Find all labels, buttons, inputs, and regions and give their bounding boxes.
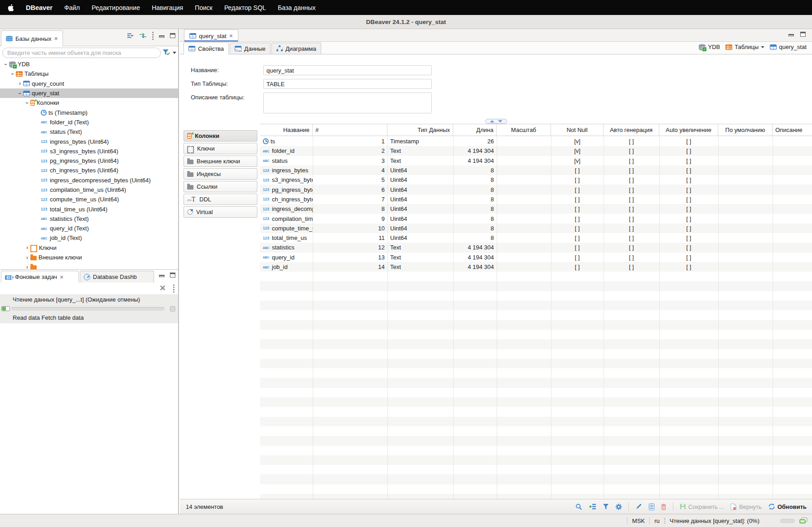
configure-columns-icon[interactable]: [589, 503, 596, 510]
menu-item[interactable]: Редактор SQL: [224, 4, 266, 11]
section-tab[interactable]: Внешние ключи: [184, 156, 257, 167]
tree-item[interactable]: ts (Timestamp): [0, 107, 178, 117]
column-header[interactable]: Описание: [773, 124, 812, 136]
maximize-panel-icon[interactable]: [800, 32, 806, 37]
maximize-panel-icon[interactable]: [170, 273, 175, 278]
cell-default[interactable]: [718, 175, 773, 185]
cell-auto-increment[interactable]: [ ]: [659, 156, 718, 166]
tree-item[interactable]: ch_ingress_bytes (Uint64): [0, 166, 178, 175]
view-menu-icon[interactable]: [173, 287, 174, 288]
splitter-collapse-control[interactable]: [485, 119, 507, 124]
cell-not-null[interactable]: [v]: [551, 137, 604, 146]
cell-description[interactable]: [773, 224, 812, 233]
menu-item[interactable]: Файл: [64, 4, 80, 11]
cell-auto-generated[interactable]: [ ]: [604, 233, 659, 243]
cell-name[interactable]: statistics: [260, 243, 313, 252]
expander-icon[interactable]: [24, 264, 30, 269]
cell-scale[interactable]: [497, 185, 551, 194]
cell-name[interactable]: compute_time_us: [260, 224, 313, 233]
column-header[interactable]: Масштаб: [497, 124, 551, 136]
breadcrumb-table[interactable]: query_stat: [770, 44, 807, 50]
cell-auto-increment[interactable]: [ ]: [659, 243, 718, 252]
cell-default[interactable]: [718, 166, 773, 175]
tree-item[interactable]: query_stat: [0, 88, 178, 98]
cell-data-type[interactable]: Timestamp: [387, 137, 453, 146]
section-tab[interactable]: Колонки: [184, 130, 257, 142]
minimize-panel-icon[interactable]: [159, 273, 164, 278]
column-header[interactable]: По умолчанию: [718, 124, 773, 136]
editor-tab-query-stat[interactable]: query_stat ×: [184, 29, 238, 42]
tree-item[interactable]: compilation_time_us (Uint64): [0, 185, 178, 195]
tree-item[interactable]: compute_time_us (Uint64): [0, 195, 178, 204]
cell-name[interactable]: ingress_decompressed_bytes: [260, 204, 313, 214]
cell-data-type[interactable]: Uint64: [387, 175, 453, 185]
cell-default[interactable]: [718, 146, 773, 156]
cell-auto-increment[interactable]: [ ]: [659, 185, 718, 194]
cell-default[interactable]: [718, 195, 773, 204]
cell-auto-increment[interactable]: [ ]: [659, 204, 718, 214]
table-row[interactable]: compute_time_us 10 Uint64 8 [ ] [ ] [ ]: [260, 224, 812, 233]
cell-not-null[interactable]: [ ]: [551, 253, 604, 262]
cell-ordinal[interactable]: 5: [313, 175, 387, 185]
cell-default[interactable]: [718, 262, 773, 272]
cell-name[interactable]: ch_ingress_bytes: [260, 195, 313, 204]
cell-description[interactable]: [773, 156, 812, 166]
table-row[interactable]: pg_ingress_bytes 6 Uint64 8 [ ] [ ] [ ]: [260, 185, 812, 194]
column-header[interactable]: Auto увеличение: [659, 124, 718, 136]
cell-auto-increment[interactable]: [ ]: [659, 233, 718, 243]
column-header[interactable]: #: [313, 124, 387, 136]
expander-icon[interactable]: [24, 100, 30, 106]
tree-item[interactable]: [0, 262, 178, 269]
cell-name[interactable]: ts: [260, 137, 313, 146]
breadcrumb-database[interactable]: YDB: [699, 44, 720, 50]
language-indicator[interactable]: ru: [654, 517, 660, 524]
cell-auto-increment[interactable]: [ ]: [659, 253, 718, 262]
cell-length[interactable]: 8: [453, 214, 497, 223]
cell-auto-increment[interactable]: [ ]: [659, 214, 718, 223]
table-type-field[interactable]: [263, 79, 432, 89]
table-row[interactable]: s3_ingress_bytes 5 Uint64 8 [ ] [ ] [ ]: [260, 175, 812, 185]
cell-length[interactable]: 8: [453, 166, 497, 175]
cell-data-type[interactable]: Uint64: [387, 214, 453, 223]
tree-item[interactable]: Ключи: [0, 243, 178, 253]
cell-data-type[interactable]: Uint64: [387, 204, 453, 214]
table-row[interactable]: ingress_decompressed_bytes 8 Uint64 8 [ …: [260, 204, 812, 214]
tree-item[interactable]: YDB: [0, 59, 178, 69]
cell-name[interactable]: ingress_bytes: [260, 166, 313, 175]
cell-auto-generated[interactable]: [ ]: [604, 195, 659, 204]
cell-description[interactable]: [773, 243, 812, 252]
cell-scale[interactable]: [497, 243, 551, 252]
maximize-panel-icon[interactable]: [170, 33, 175, 38]
cell-scale[interactable]: [497, 166, 551, 175]
cell-auto-increment[interactable]: [ ]: [659, 262, 718, 272]
cell-not-null[interactable]: [ ]: [551, 204, 604, 214]
cell-ordinal[interactable]: 6: [313, 185, 387, 194]
cell-length[interactable]: 26: [453, 137, 497, 146]
cell-scale[interactable]: [497, 224, 551, 233]
cell-length[interactable]: 4 194 304: [453, 156, 497, 166]
tree-item[interactable]: s3_ingress_bytes (Uint64): [0, 146, 178, 156]
cell-auto-generated[interactable]: [ ]: [604, 185, 659, 194]
tree-item[interactable]: query_id (Text): [0, 224, 178, 233]
menu-item[interactable]: Поиск: [195, 4, 213, 11]
cell-length[interactable]: 8: [453, 185, 497, 194]
menu-item[interactable]: Навигация: [152, 4, 183, 11]
filter-icon[interactable]: [603, 503, 609, 510]
stop-task-button[interactable]: [170, 306, 175, 312]
cell-default[interactable]: [718, 137, 773, 146]
cell-default[interactable]: [718, 214, 773, 223]
cell-not-null[interactable]: [ ]: [551, 262, 604, 272]
cell-ordinal[interactable]: 1: [313, 137, 387, 146]
cell-ordinal[interactable]: 7: [313, 195, 387, 204]
cell-description[interactable]: [773, 195, 812, 204]
cell-name[interactable]: status: [260, 156, 313, 166]
tree-item[interactable]: Внешние ключи: [0, 253, 178, 262]
cell-ordinal[interactable]: 14: [313, 262, 387, 272]
column-header[interactable]: Тип Данных: [387, 124, 453, 136]
cell-ordinal[interactable]: 11: [313, 233, 387, 243]
cell-not-null[interactable]: [ ]: [551, 214, 604, 223]
tree-item[interactable]: job_id (Text): [0, 233, 178, 243]
cell-not-null[interactable]: [v]: [551, 156, 604, 166]
table-row[interactable]: status 3 Text 4 194 304 [v] [ ] [ ]: [260, 156, 812, 166]
column-header[interactable]: Название: [260, 124, 313, 136]
